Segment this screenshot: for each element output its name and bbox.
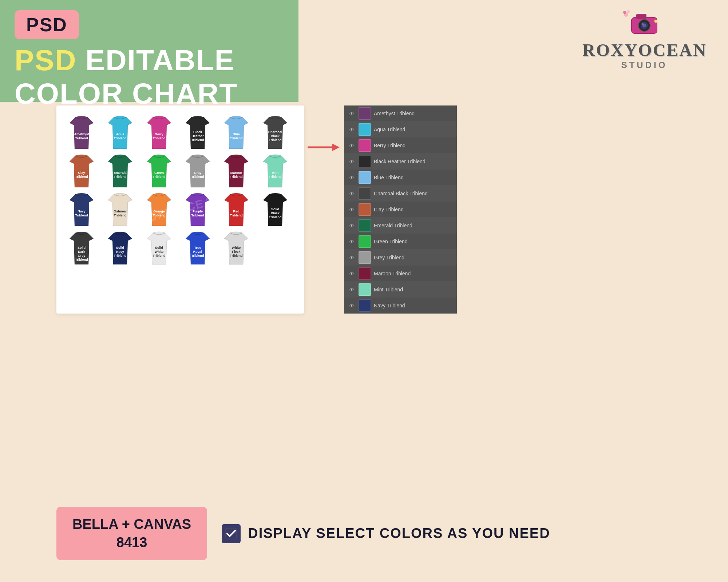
layer-name-label: Berry Triblend bbox=[374, 143, 453, 148]
layer-row[interactable]: 👁Blue Triblend bbox=[344, 170, 457, 186]
layer-row[interactable]: 👁Green Triblend bbox=[344, 234, 457, 250]
layer-row[interactable]: 👁Berry Triblend bbox=[344, 137, 457, 154]
layer-eye-icon[interactable]: 👁 bbox=[348, 254, 356, 262]
layer-eye-icon[interactable]: 👁 bbox=[348, 190, 356, 198]
title-block: PSD EDITABLE COLOR CHART bbox=[15, 44, 238, 111]
layer-thumbnail bbox=[359, 251, 371, 264]
layer-row[interactable]: 👁Mint Triblend bbox=[344, 282, 457, 298]
shirt-item: BlueTriblend bbox=[220, 114, 253, 151]
layer-eye-icon[interactable]: 👁 bbox=[348, 238, 356, 246]
title-psd-word: PSD bbox=[15, 44, 77, 76]
shirt-item: EmeraldTriblend bbox=[104, 153, 136, 189]
layer-row[interactable]: 👁Navy Triblend bbox=[344, 298, 457, 314]
svg-text:MaroonTriblend: MaroonTriblend bbox=[230, 171, 243, 179]
shirt-item: SolidWhiteTriblend bbox=[143, 230, 175, 266]
layer-name-label: Mint Triblend bbox=[374, 287, 453, 292]
svg-rect-4 bbox=[636, 14, 646, 19]
layer-thumbnail bbox=[359, 299, 371, 312]
shirt-item: SolidBlackTriblend bbox=[259, 191, 292, 228]
layers-panel: 👁Amethyst Triblend👁Aqua Triblend👁Berry T… bbox=[344, 105, 457, 314]
shirt-item: BerryTriblend bbox=[143, 114, 175, 151]
layer-name-label: Amethyst Triblend bbox=[374, 111, 453, 116]
svg-point-8 bbox=[642, 23, 644, 25]
logo-studio: STUDIO bbox=[582, 60, 706, 70]
layer-name-label: Green Triblend bbox=[374, 239, 453, 244]
layer-name-label: Navy Triblend bbox=[374, 303, 453, 308]
layer-name-label: Maroon Triblend bbox=[374, 271, 453, 276]
layer-name-label: Clay Triblend bbox=[374, 207, 453, 212]
layer-row[interactable]: 👁Grey Triblend bbox=[344, 250, 457, 266]
layer-eye-icon[interactable]: 👁 bbox=[348, 158, 356, 166]
layer-thumbnail bbox=[359, 155, 371, 168]
layer-row[interactable]: 👁Clay Triblend bbox=[344, 202, 457, 218]
layer-row[interactable]: 👁Maroon Triblend bbox=[344, 266, 457, 282]
logo-area: ROXYOCEAN STUDIO bbox=[582, 7, 706, 70]
camera-icon bbox=[622, 7, 666, 36]
layer-name-label: Charcoal Black Triblend bbox=[374, 191, 453, 196]
layer-name-label: Aqua Triblend bbox=[374, 127, 453, 132]
layer-thumbnail bbox=[359, 267, 371, 280]
shirt-item: RedTriblend bbox=[220, 191, 253, 228]
shirt-item: MaroonTriblend bbox=[220, 153, 253, 189]
layer-eye-icon[interactable]: 👁 bbox=[348, 174, 356, 182]
shirt-item: OatmealTriblend bbox=[104, 191, 136, 228]
layer-name-label: Emerald Triblend bbox=[374, 223, 453, 228]
display-label: DISPLAY SELECT COLORS AS YOU NEED bbox=[248, 526, 550, 541]
layer-eye-icon[interactable]: 👁 bbox=[348, 270, 356, 278]
layer-eye-icon[interactable]: 👁 bbox=[348, 141, 356, 150]
shirt-item: TrueRoyalTriblend bbox=[181, 230, 214, 266]
product-name: BELLA + CANVAS 8413 bbox=[72, 515, 191, 551]
layer-eye-icon[interactable]: 👁 bbox=[348, 109, 356, 117]
layer-eye-icon[interactable]: 👁 bbox=[348, 286, 356, 294]
main-content: ROXY OCEAN AmethystTriblendAquaTriblendB… bbox=[0, 105, 728, 314]
arrow-area bbox=[304, 105, 344, 314]
layer-thumbnail bbox=[359, 107, 371, 120]
layer-thumbnail bbox=[359, 235, 371, 248]
layer-eye-icon[interactable]: 👁 bbox=[348, 206, 356, 214]
layer-row[interactable]: 👁Black Heather Triblend bbox=[344, 154, 457, 170]
shirt-item: GreenTriblend bbox=[143, 153, 175, 189]
display-text-area: DISPLAY SELECT COLORS AS YOU NEED bbox=[222, 524, 550, 543]
layer-eye-icon[interactable]: 👁 bbox=[348, 222, 356, 230]
shirt-item: SolidDarkGreyTriblend bbox=[65, 230, 98, 266]
svg-text:AmethystTriblend: AmethystTriblend bbox=[74, 132, 89, 140]
svg-marker-34 bbox=[332, 144, 340, 151]
bottom-section: BELLA + CANVAS 8413 DISPLAY SELECT COLOR… bbox=[0, 507, 728, 560]
shirt-item: CharcoalBlackTriblend bbox=[259, 114, 292, 151]
checkmark-box bbox=[222, 524, 241, 543]
layer-eye-icon[interactable]: 👁 bbox=[348, 125, 356, 133]
shirt-item: MintTriblend bbox=[259, 153, 292, 189]
layer-row[interactable]: 👁Amethyst Triblend bbox=[344, 105, 457, 121]
layer-row[interactable]: 👁Emerald Triblend bbox=[344, 218, 457, 234]
shirt-item: GrayTriblend bbox=[181, 153, 214, 189]
layer-thumbnail bbox=[359, 171, 371, 184]
svg-point-1 bbox=[623, 11, 626, 14]
layer-name-label: Black Heather Triblend bbox=[374, 159, 453, 164]
svg-text:OatmealTriblend: OatmealTriblend bbox=[114, 210, 127, 217]
layer-row[interactable]: 👁Aqua Triblend bbox=[344, 121, 457, 137]
shirt-item: WhiteFleckTriblend bbox=[220, 230, 253, 266]
layer-row[interactable]: 👁Charcoal Black Triblend bbox=[344, 186, 457, 202]
svg-text:GreenTriblend: GreenTriblend bbox=[153, 171, 165, 179]
layer-thumbnail bbox=[359, 283, 371, 296]
layer-thumbnail bbox=[359, 187, 371, 200]
shirt-item: NavyTriblend bbox=[65, 191, 98, 228]
shirt-item: OrangeTriblend bbox=[143, 191, 175, 228]
psd-badge: PSD bbox=[15, 10, 79, 39]
right-arrow-icon bbox=[308, 142, 340, 153]
checkmark-icon bbox=[225, 527, 237, 540]
layer-name-label: Blue Triblend bbox=[374, 175, 453, 180]
shirt-item: PurpleTriblend bbox=[181, 191, 214, 228]
shirt-item: AmethystTriblend bbox=[65, 114, 98, 151]
shirt-item: ClayTriblend bbox=[65, 153, 98, 189]
shirt-item: BlackHeatherTriblend bbox=[181, 114, 214, 151]
svg-point-2 bbox=[627, 10, 630, 13]
logo-name: ROXYOCEAN bbox=[582, 40, 706, 60]
color-chart-panel: ROXY OCEAN AmethystTriblendAquaTriblendB… bbox=[56, 105, 304, 314]
svg-text:OrangeTriblend: OrangeTriblend bbox=[153, 210, 165, 217]
layer-name-label: Grey Triblend bbox=[374, 255, 453, 260]
svg-text:EmeraldTriblend: EmeraldTriblend bbox=[114, 171, 127, 179]
shirt-item: SolidNavyTriblend bbox=[104, 230, 136, 266]
layer-thumbnail bbox=[359, 219, 371, 232]
layer-eye-icon[interactable]: 👁 bbox=[348, 302, 356, 310]
